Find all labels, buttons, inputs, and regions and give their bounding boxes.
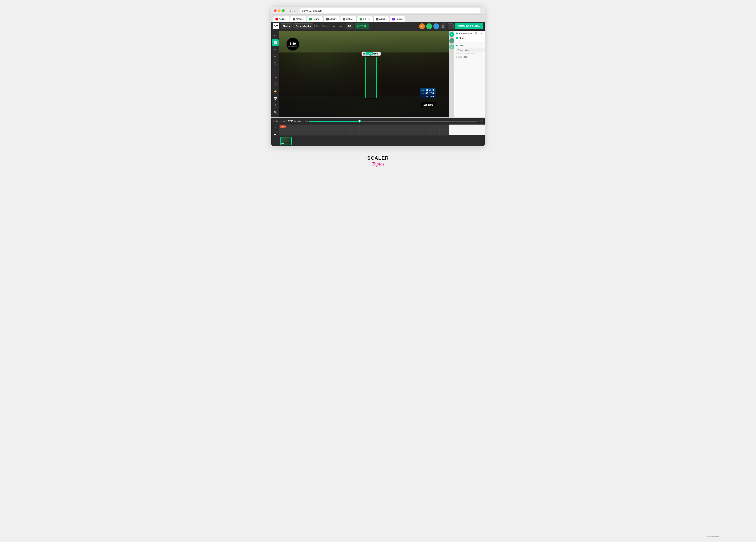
- tags-input[interactable]: [456, 48, 485, 52]
- minimize-button[interactable]: [278, 9, 281, 12]
- avatar-3[interactable]: [433, 23, 439, 29]
- timeline-left: ⊕ ⊖ 99% 💬: [271, 125, 279, 135]
- tool-freehand[interactable]: 〜: [272, 74, 279, 81]
- play-button[interactable]: ▶: [294, 120, 296, 123]
- tool-copy[interactable]: ⧉: [272, 60, 279, 67]
- undo-button[interactable]: ↩: [332, 24, 337, 29]
- search-icon: [309, 18, 312, 20]
- fine-label: Fine: [316, 25, 320, 28]
- tags-hint: Select a tag or create one ↓: [456, 53, 485, 55]
- divider-1: [314, 24, 315, 28]
- maximize-button[interactable]: [282, 9, 285, 12]
- tags-section: TAGS Select a tag or create one ↓ Create…: [454, 43, 485, 60]
- footer-subtitle: Topics: [367, 161, 389, 167]
- traffic-lights: [274, 9, 285, 12]
- browser-nav: ‹ ›: [289, 8, 296, 13]
- runner-label: LEAD: [366, 52, 373, 55]
- browser-tabs: YouTu... alphaf... Searc... alphaf... al…: [271, 15, 485, 22]
- toolbar-right: NB 🗑 ⟳ SEND TO REVIEW: [419, 23, 483, 29]
- model-selector[interactable]: Generalized ▾: [294, 23, 313, 29]
- timeline-tracks: ⊕ ⊖ 99% 💬 all: [271, 125, 485, 135]
- thumbnail-strip: NB wwwwwwww: [271, 135, 485, 146]
- tool-pen[interactable]: ✒: [272, 53, 279, 60]
- time-display: ⏱ 07:12: [355, 23, 369, 29]
- speed-label: ···: [302, 120, 304, 122]
- tab-alpha4[interactable]: Alpha...: [373, 16, 389, 22]
- tag-badge[interactable]: Tag: [463, 56, 468, 58]
- trash-button[interactable]: 🗑: [440, 23, 446, 29]
- video-background: 1:59 CHALLENGE CLEAR RERUN LEAD: [279, 31, 449, 117]
- annotations-dot: [456, 32, 458, 34]
- back-button[interactable]: ‹: [289, 8, 292, 13]
- eye-icon[interactable]: 👁: [475, 32, 477, 35]
- tab-bioh[interactable]: Bio H...: [357, 16, 373, 22]
- tab-alpha2[interactable]: alphaf...: [324, 16, 340, 22]
- tool-search[interactable]: 🔍: [272, 109, 279, 116]
- zoom-out-button[interactable]: ⊖: [274, 127, 276, 129]
- rs-icon-3[interactable]: ●: [449, 44, 454, 49]
- tool-polygon[interactable]: ✏: [272, 46, 279, 53]
- tab-alpha1[interactable]: alphaf...: [290, 16, 307, 22]
- zoom-in-button[interactable]: ⊕: [274, 125, 276, 126]
- annotations-col: ANNOTATIONS 👁 ○ ✏ ⋯: [454, 31, 485, 117]
- prev-frame-button[interactable]: ◀: [283, 120, 285, 123]
- edit-icon[interactable]: ✏: [481, 32, 483, 35]
- total-time-display: 1:56:58: [421, 102, 436, 107]
- tab-darwin[interactable]: Darwin: [390, 16, 405, 22]
- thumb-badge-1: NB: [281, 143, 284, 144]
- tab-search[interactable]: Searc...: [307, 16, 323, 22]
- tool-smartpen[interactable]: ⚡: [272, 88, 279, 95]
- track-label: all: [280, 125, 286, 128]
- stat-row-2: KM 40 2:50: [420, 92, 436, 95]
- browser-titlebar: ‹ › darwin.v7labs.com: [271, 7, 485, 15]
- track-zoom-level: 99%: [273, 131, 277, 133]
- ineos-logo: 1:59 CHALLENGE: [286, 38, 300, 51]
- all-label: Σ ALL: [273, 120, 279, 122]
- tool-share[interactable]: ⤴: [272, 102, 279, 109]
- progress-thumb[interactable]: [358, 120, 361, 123]
- close-button[interactable]: [274, 9, 277, 12]
- history-button[interactable]: ⟳: [448, 23, 454, 29]
- timeline-progress[interactable]: [309, 121, 478, 122]
- annotation-item-eliud[interactable]: Eliud 2: [454, 36, 485, 43]
- video-frame: 1:59 CHALLENGE CLEAR RERUN LEAD: [279, 31, 449, 117]
- stat-row-3: KM 39 2:50: [420, 95, 436, 98]
- address-bar[interactable]: darwin.v7labs.com: [300, 8, 480, 13]
- tool-comment[interactable]: 💬: [272, 95, 279, 102]
- alpha3-icon: [343, 18, 345, 20]
- tool-3d[interactable]: ⬡: [272, 81, 279, 88]
- total-counter: 1/3735: [286, 120, 293, 123]
- tool-circle[interactable]: ○: [272, 67, 279, 74]
- tab-youtube[interactable]: YouTu...: [273, 16, 290, 22]
- avatar-2[interactable]: [426, 23, 432, 29]
- thumbnail-item-1[interactable]: NB: [280, 137, 292, 145]
- youtube-icon: [275, 18, 278, 20]
- right-panel: ● ● ● ANNOTATIONS 👁 ○ ✏: [449, 31, 485, 117]
- tab-alpha3[interactable]: alphaf...: [340, 16, 357, 22]
- right-icon-col: ● ● ●: [449, 31, 454, 117]
- avatar-nb[interactable]: NB: [419, 23, 425, 29]
- rs-icon-1[interactable]: ●: [449, 32, 454, 37]
- project-selector[interactable]: Eliud ▾: [281, 23, 292, 29]
- timeline-right: [449, 125, 485, 135]
- more-icon[interactable]: ⋯: [483, 32, 485, 35]
- alpha2-icon: [326, 18, 329, 20]
- rs-icon-2[interactable]: ●: [449, 38, 454, 43]
- forward-button[interactable]: ›: [293, 8, 297, 13]
- send-review-button[interactable]: SEND TO REVIEW: [455, 23, 483, 29]
- coarse-label: Coarse: [322, 25, 329, 28]
- circle-icon[interactable]: ○: [478, 32, 479, 35]
- annotations-header-icons: 👁 ○ ✏ ⋯: [475, 32, 485, 35]
- annotations-header: ANNOTATIONS 👁 ○ ✏ ⋯: [454, 31, 485, 36]
- stat-row-1: KM 41 2:49: [420, 88, 436, 92]
- video-area[interactable]: 1:59 CHALLENGE CLEAR RERUN LEAD: [279, 31, 449, 117]
- tool-bbox[interactable]: ⬜: [272, 39, 279, 46]
- timeline-main[interactable]: all: [279, 125, 449, 135]
- tool-select[interactable]: ↖: [272, 32, 279, 39]
- timeline-area: Σ ALL 1 ◀ 1/3735 ▶ ▶▶ ··· 30 99% ⊕: [271, 117, 485, 146]
- progress-fill: [309, 121, 360, 122]
- annotation-bounding-box[interactable]: CLEAR RERUN LEAD: [365, 57, 377, 98]
- next-button[interactable]: ▶▶: [298, 120, 301, 123]
- redo-button[interactable]: ↪: [338, 24, 343, 29]
- zoom-level: 99%: [479, 120, 483, 122]
